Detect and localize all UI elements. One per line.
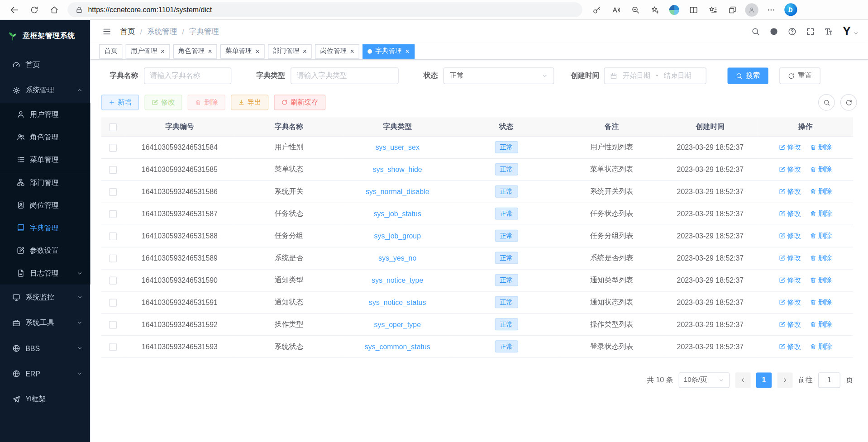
breadcrumb-item[interactable]: 字典管理 (189, 27, 219, 37)
user-avatar[interactable]: Y (843, 25, 859, 38)
sidebar-item[interactable]: 系统监控 (0, 285, 90, 310)
collections-icon[interactable] (725, 2, 740, 17)
sidebar-item[interactable]: 系统管理 (0, 77, 90, 103)
search-button[interactable]: 搜索 (727, 67, 768, 84)
sidebar-item[interactable]: 岗位管理 (0, 194, 90, 216)
refresh-cache-button[interactable]: 刷新缓存 (274, 95, 325, 110)
tab-close-icon[interactable]: × (255, 48, 259, 55)
github-icon[interactable] (770, 27, 779, 36)
dict-type-input[interactable]: 请输入字典类型 (291, 67, 399, 84)
browser-profile-avatar[interactable] (744, 2, 759, 17)
sidebar-item[interactable]: 系统工具 (0, 310, 90, 335)
date-range-picker[interactable]: 开始日期 - 结束日期 (604, 67, 706, 84)
row-checkbox[interactable] (109, 343, 117, 351)
row-edit-button[interactable]: 修改 (779, 276, 801, 285)
next-page-button[interactable] (777, 372, 792, 388)
row-checkbox[interactable] (109, 276, 117, 284)
split-screen-icon[interactable] (686, 2, 701, 17)
row-delete-button[interactable]: 删除 (810, 297, 832, 307)
zoom-out-icon[interactable] (628, 2, 643, 17)
sidebar-item[interactable]: 菜单管理 (0, 148, 90, 171)
row-edit-button[interactable]: 修改 (779, 342, 801, 351)
sidebar-item[interactable]: 角色管理 (0, 126, 90, 148)
dict-type-link[interactable]: sys_user_sex (376, 143, 420, 151)
row-edit-button[interactable]: 修改 (779, 187, 801, 196)
toggle-search-button[interactable] (818, 94, 835, 111)
favorites-bar-icon[interactable] (705, 2, 720, 17)
sidebar-item[interactable]: 字典管理 (0, 216, 90, 239)
dict-type-link[interactable]: sys_common_status (365, 342, 430, 351)
row-delete-button[interactable]: 删除 (810, 276, 832, 285)
goto-page-input[interactable]: 1 (818, 372, 840, 388)
delete-button[interactable]: 删除 (188, 95, 225, 110)
add-favorite-icon[interactable] (647, 2, 663, 17)
dict-type-link[interactable]: sys_notice_status (369, 298, 426, 306)
extension-pinwheel-icon[interactable] (667, 2, 682, 17)
current-page-button[interactable]: 1 (756, 372, 772, 388)
sidebar-item[interactable]: 用户管理 (0, 103, 90, 126)
page-tab[interactable]: 首页 × (99, 44, 122, 58)
page-tab[interactable]: 部门管理 × (268, 44, 312, 58)
browser-home-button[interactable] (44, 1, 64, 18)
row-delete-button[interactable]: 删除 (810, 342, 832, 351)
row-delete-button[interactable]: 删除 (810, 209, 832, 219)
sidebar-item[interactable]: Yi框架 (0, 386, 90, 412)
font-size-icon[interactable] (825, 27, 834, 36)
row-checkbox[interactable] (109, 210, 117, 218)
row-edit-button[interactable]: 修改 (779, 165, 801, 174)
read-aloud-icon[interactable] (608, 2, 624, 17)
row-checkbox[interactable] (109, 188, 117, 196)
row-edit-button[interactable]: 修改 (779, 209, 801, 219)
page-tab[interactable]: 用户管理 × (126, 44, 170, 58)
page-tab[interactable]: 岗位管理 × (315, 44, 359, 58)
page-size-select[interactable]: 10条/页 (679, 372, 730, 388)
row-edit-button[interactable]: 修改 (779, 143, 801, 152)
app-logo[interactable]: 意框架管理系统 (0, 20, 90, 52)
browser-refresh-button[interactable] (24, 1, 44, 18)
address-bar[interactable]: https://ccnetcore.com:1101/system/dict (67, 2, 582, 17)
add-button[interactable]: 新增 (101, 95, 139, 110)
dict-type-link[interactable]: sys_job_status (374, 209, 421, 218)
select-all-checkbox[interactable] (109, 123, 117, 131)
refresh-table-button[interactable] (840, 94, 857, 111)
bing-chat-icon[interactable] (783, 2, 798, 17)
tab-close-icon[interactable]: × (350, 48, 354, 55)
sidebar-item[interactable]: 首页 (0, 52, 90, 77)
sidebar-item[interactable]: 日志管理 (0, 262, 90, 285)
edit-button[interactable]: 修改 (144, 95, 182, 110)
export-button[interactable]: 导出 (231, 95, 268, 110)
sidebar-item[interactable]: 参数设置 (0, 239, 90, 261)
dict-type-link[interactable]: sys_normal_disable (366, 187, 429, 195)
dict-type-link[interactable]: sys_job_group (374, 232, 421, 240)
row-delete-button[interactable]: 删除 (810, 143, 832, 152)
sidebar-item[interactable]: ERP (0, 361, 90, 386)
prev-page-button[interactable] (735, 372, 750, 388)
tab-close-icon[interactable]: × (303, 48, 307, 55)
dict-type-link[interactable]: sys_notice_type (372, 276, 423, 284)
dict-type-link[interactable]: sys_show_hide (373, 165, 422, 173)
page-tab[interactable]: 角色管理 × (173, 44, 217, 58)
status-select[interactable]: 正常 (444, 67, 554, 84)
row-edit-button[interactable]: 修改 (779, 231, 801, 241)
row-delete-button[interactable]: 删除 (810, 253, 832, 263)
dict-name-input[interactable]: 请输入字典名称 (144, 67, 231, 84)
breadcrumb-item[interactable]: 首页 (120, 27, 135, 37)
row-delete-button[interactable]: 删除 (810, 231, 832, 241)
dict-type-link[interactable]: sys_oper_type (374, 320, 421, 328)
row-checkbox[interactable] (109, 144, 117, 152)
sidebar-toggle-button[interactable] (99, 24, 114, 39)
tab-close-icon[interactable]: × (405, 48, 409, 55)
dict-type-link[interactable]: sys_yes_no (378, 254, 416, 262)
header-search-icon[interactable] (751, 27, 760, 36)
tab-close-icon[interactable]: × (161, 48, 165, 55)
reset-button[interactable]: 重置 (779, 67, 820, 84)
page-tab[interactable]: 菜单管理 × (220, 44, 264, 58)
row-edit-button[interactable]: 修改 (779, 297, 801, 307)
row-edit-button[interactable]: 修改 (779, 319, 801, 329)
sidebar-item[interactable]: BBS (0, 335, 90, 361)
fullscreen-icon[interactable] (806, 27, 815, 36)
row-delete-button[interactable]: 删除 (810, 165, 832, 174)
row-delete-button[interactable]: 删除 (810, 319, 832, 329)
password-key-icon[interactable] (589, 2, 604, 17)
browser-back-button[interactable] (5, 1, 24, 18)
